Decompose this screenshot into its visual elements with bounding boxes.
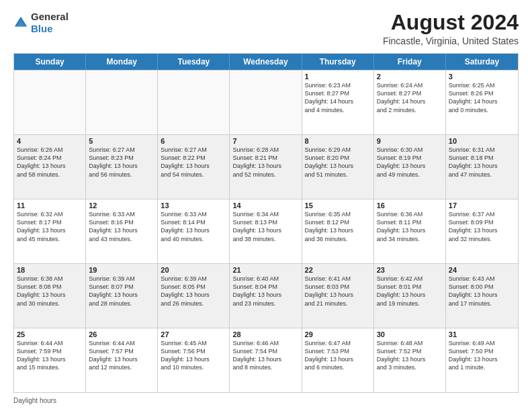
cell-info: Sunrise: 6:36 AM Sunset: 8:11 PM Dayligh… (377, 210, 443, 243)
calendar-cell: 12Sunrise: 6:33 AM Sunset: 8:16 PM Dayli… (86, 199, 158, 263)
calendar-cell: 15Sunrise: 6:35 AM Sunset: 8:12 PM Dayli… (302, 199, 374, 263)
cell-info: Sunrise: 6:48 AM Sunset: 7:52 PM Dayligh… (377, 339, 443, 372)
day-of-week-thursday: Thursday (302, 54, 374, 70)
title-block: August 2024 Fincastle, Virginia, United … (383, 11, 519, 46)
logo-icon (13, 15, 28, 30)
day-number: 11 (17, 201, 83, 210)
cell-info: Sunrise: 6:26 AM Sunset: 8:24 PM Dayligh… (17, 146, 83, 179)
calendar-cell (86, 71, 158, 134)
day-number: 30 (377, 330, 443, 338)
day-number: 12 (89, 201, 154, 210)
cell-info: Sunrise: 6:24 AM Sunset: 8:27 PM Dayligh… (377, 81, 443, 114)
cell-info: Sunrise: 6:45 AM Sunset: 7:56 PM Dayligh… (161, 339, 226, 372)
day-number: 26 (89, 330, 154, 338)
header: General Blue August 2024 Fincastle, Virg… (13, 11, 519, 46)
day-number: 29 (305, 330, 371, 338)
day-number: 15 (305, 201, 371, 210)
calendar-cell: 25Sunrise: 6:44 AM Sunset: 7:59 PM Dayli… (14, 328, 86, 392)
cell-info: Sunrise: 6:27 AM Sunset: 8:22 PM Dayligh… (161, 146, 226, 179)
day-number: 2 (377, 73, 443, 81)
calendar-cell: 24Sunrise: 6:43 AM Sunset: 8:00 PM Dayli… (446, 264, 518, 328)
footer: Daylight hours (13, 397, 519, 404)
calendar: SundayMondayTuesdayWednesdayThursdayFrid… (13, 53, 519, 393)
day-number: 25 (17, 330, 83, 338)
cell-info: Sunrise: 6:44 AM Sunset: 7:59 PM Dayligh… (17, 339, 83, 372)
cell-info: Sunrise: 6:33 AM Sunset: 8:16 PM Dayligh… (89, 210, 154, 243)
day-of-week-sunday: Sunday (14, 54, 86, 70)
calendar-cell: 22Sunrise: 6:41 AM Sunset: 8:03 PM Dayli… (302, 264, 374, 328)
calendar-cell: 21Sunrise: 6:40 AM Sunset: 8:04 PM Dayli… (230, 264, 302, 328)
cell-info: Sunrise: 6:49 AM Sunset: 7:50 PM Dayligh… (449, 339, 515, 372)
calendar-cell: 17Sunrise: 6:37 AM Sunset: 8:09 PM Dayli… (446, 199, 518, 263)
day-of-week-tuesday: Tuesday (158, 54, 230, 70)
cell-info: Sunrise: 6:28 AM Sunset: 8:21 PM Dayligh… (232, 146, 298, 179)
cell-info: Sunrise: 6:43 AM Sunset: 8:00 PM Dayligh… (449, 275, 515, 308)
day-of-week-saturday: Saturday (446, 54, 518, 70)
calendar-cell: 26Sunrise: 6:44 AM Sunset: 7:57 PM Dayli… (86, 328, 158, 392)
calendar-cell: 6Sunrise: 6:27 AM Sunset: 8:22 PM Daylig… (158, 135, 230, 199)
calendar-cell (230, 71, 302, 134)
calendar-cell: 30Sunrise: 6:48 AM Sunset: 7:52 PM Dayli… (374, 328, 446, 392)
cell-info: Sunrise: 6:27 AM Sunset: 8:23 PM Dayligh… (89, 146, 154, 179)
day-number: 21 (232, 266, 298, 274)
calendar-cell: 16Sunrise: 6:36 AM Sunset: 8:11 PM Dayli… (374, 199, 446, 263)
calendar-cell: 18Sunrise: 6:38 AM Sunset: 8:08 PM Dayli… (14, 264, 86, 328)
cell-info: Sunrise: 6:39 AM Sunset: 8:07 PM Dayligh… (89, 275, 154, 308)
logo-general: General (31, 11, 69, 22)
calendar-cell: 4Sunrise: 6:26 AM Sunset: 8:24 PM Daylig… (14, 135, 86, 199)
day-number: 28 (232, 330, 298, 338)
calendar-row: 25Sunrise: 6:44 AM Sunset: 7:59 PM Dayli… (14, 328, 518, 392)
calendar-cell: 7Sunrise: 6:28 AM Sunset: 8:21 PM Daylig… (230, 135, 302, 199)
calendar-cell: 28Sunrise: 6:46 AM Sunset: 7:54 PM Dayli… (230, 328, 302, 392)
day-number: 19 (89, 266, 154, 274)
cell-info: Sunrise: 6:35 AM Sunset: 8:12 PM Dayligh… (305, 210, 371, 243)
calendar-row: 4Sunrise: 6:26 AM Sunset: 8:24 PM Daylig… (14, 134, 518, 199)
calendar-cell: 23Sunrise: 6:42 AM Sunset: 8:01 PM Dayli… (374, 264, 446, 328)
calendar-cell (158, 71, 230, 134)
calendar-cell: 3Sunrise: 6:25 AM Sunset: 8:26 PM Daylig… (446, 71, 518, 134)
calendar-cell: 13Sunrise: 6:33 AM Sunset: 8:14 PM Dayli… (158, 199, 230, 263)
logo: General Blue (13, 11, 69, 35)
calendar-cell: 20Sunrise: 6:39 AM Sunset: 8:05 PM Dayli… (158, 264, 230, 328)
day-number: 9 (377, 137, 443, 145)
calendar-cell: 14Sunrise: 6:34 AM Sunset: 8:13 PM Dayli… (230, 199, 302, 263)
calendar-cell: 5Sunrise: 6:27 AM Sunset: 8:23 PM Daylig… (86, 135, 158, 199)
day-number: 14 (232, 201, 298, 210)
calendar-cell: 11Sunrise: 6:32 AM Sunset: 8:17 PM Dayli… (14, 199, 86, 263)
day-of-week-monday: Monday (86, 54, 158, 70)
calendar-header: SundayMondayTuesdayWednesdayThursdayFrid… (14, 54, 518, 70)
calendar-cell: 31Sunrise: 6:49 AM Sunset: 7:50 PM Dayli… (446, 328, 518, 392)
day-number: 18 (17, 266, 83, 274)
day-number: 10 (449, 137, 515, 145)
cell-info: Sunrise: 6:40 AM Sunset: 8:04 PM Dayligh… (232, 275, 298, 308)
day-number: 7 (232, 137, 298, 145)
day-number: 3 (449, 73, 515, 81)
page: General Blue August 2024 Fincastle, Virg… (0, 0, 532, 411)
calendar-cell: 27Sunrise: 6:45 AM Sunset: 7:56 PM Dayli… (158, 328, 230, 392)
day-number: 17 (449, 201, 515, 210)
calendar-cell: 9Sunrise: 6:30 AM Sunset: 8:19 PM Daylig… (374, 135, 446, 199)
cell-info: Sunrise: 6:44 AM Sunset: 7:57 PM Dayligh… (89, 339, 154, 372)
cell-info: Sunrise: 6:32 AM Sunset: 8:17 PM Dayligh… (17, 210, 83, 243)
cell-info: Sunrise: 6:31 AM Sunset: 8:18 PM Dayligh… (449, 146, 515, 179)
day-number: 24 (449, 266, 515, 274)
day-number: 13 (161, 201, 226, 210)
calendar-row: 18Sunrise: 6:38 AM Sunset: 8:08 PM Dayli… (14, 263, 518, 328)
calendar-row: 1Sunrise: 6:23 AM Sunset: 8:27 PM Daylig… (14, 70, 518, 134)
cell-info: Sunrise: 6:46 AM Sunset: 7:54 PM Dayligh… (232, 339, 298, 372)
cell-info: Sunrise: 6:47 AM Sunset: 7:53 PM Dayligh… (305, 339, 371, 372)
month-year: August 2024 (383, 11, 519, 34)
cell-info: Sunrise: 6:34 AM Sunset: 8:13 PM Dayligh… (232, 210, 298, 243)
cell-info: Sunrise: 6:42 AM Sunset: 8:01 PM Dayligh… (377, 275, 443, 308)
cell-info: Sunrise: 6:25 AM Sunset: 8:26 PM Dayligh… (449, 81, 515, 114)
cell-info: Sunrise: 6:30 AM Sunset: 8:19 PM Dayligh… (377, 146, 443, 179)
day-number: 31 (449, 330, 515, 338)
cell-info: Sunrise: 6:29 AM Sunset: 8:20 PM Dayligh… (305, 146, 371, 179)
day-number: 5 (89, 137, 154, 145)
cell-info: Sunrise: 6:38 AM Sunset: 8:08 PM Dayligh… (17, 275, 83, 308)
calendar-cell: 1Sunrise: 6:23 AM Sunset: 8:27 PM Daylig… (302, 71, 374, 134)
logo-blue: Blue (31, 23, 53, 34)
day-number: 27 (161, 330, 226, 338)
calendar-cell: 29Sunrise: 6:47 AM Sunset: 7:53 PM Dayli… (302, 328, 374, 392)
calendar-cell: 19Sunrise: 6:39 AM Sunset: 8:07 PM Dayli… (86, 264, 158, 328)
